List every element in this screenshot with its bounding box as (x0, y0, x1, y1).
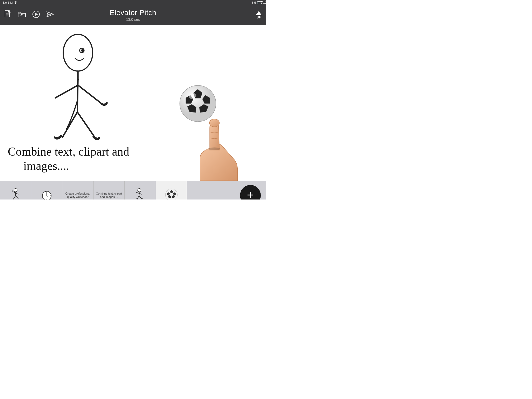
strip-item-text1-label: Create professional quality whiteboar (63, 192, 92, 199)
presentation-title: Elevator Pitch (110, 9, 156, 17)
svg-line-47 (139, 196, 141, 199)
svg-point-25 (209, 147, 220, 150)
add-button-icon: + (247, 189, 254, 200)
canvas-text-line2: images.... (8, 159, 129, 173)
bottom-strip: Create professional quality whiteboar Co… (0, 181, 266, 200)
strip-item-soccer[interactable] (156, 181, 187, 200)
svg-line-49 (141, 198, 142, 199)
svg-point-10 (82, 50, 84, 51)
new-document-icon[interactable] (4, 10, 11, 20)
toolbar-left (4, 10, 54, 20)
svg-line-32 (12, 190, 13, 192)
strip-item-stick1[interactable] (0, 181, 31, 200)
svg-point-24 (209, 119, 220, 127)
svg-line-15 (62, 112, 77, 137)
status-left: No SIM (3, 1, 17, 4)
add-button[interactable]: + (240, 185, 261, 200)
strip-item-stick2[interactable] (125, 181, 156, 200)
top-bar-center: Elevator Pitch 13.0 sec (110, 9, 156, 22)
finger-icon (188, 103, 245, 181)
svg-point-42 (138, 189, 141, 192)
up-triangle-icon (256, 11, 262, 15)
canvas-text-line1: Combine text, clipart and (8, 144, 129, 159)
svg-line-13 (55, 85, 78, 98)
strip-item-text2-label: Combine text, clipart and images.... (95, 192, 123, 199)
svg-line-44 (136, 192, 139, 194)
canvas-area: Combine text, clipart and images.... (0, 25, 266, 181)
open-folder-icon[interactable] (18, 11, 26, 19)
svg-point-8 (63, 34, 92, 71)
strip-items: Create professional quality whiteboar Co… (0, 181, 235, 200)
stick-figure (34, 30, 122, 160)
top-bar: Elevator Pitch 13.0 sec UP (0, 5, 266, 25)
send-icon[interactable] (46, 11, 54, 19)
carrier-label: No SIM (3, 1, 13, 4)
status-bar: No SIM 9:12 pm 8% (0, 0, 266, 5)
canvas-text: Combine text, clipart and images.... (8, 144, 129, 173)
svg-point-26 (14, 189, 17, 192)
svg-line-31 (16, 196, 18, 199)
svg-line-43 (139, 192, 139, 196)
svg-line-14 (78, 85, 103, 105)
svg-line-29 (16, 193, 18, 194)
status-right: 8% (252, 1, 263, 4)
strip-item-text1[interactable]: Create professional quality whiteboar (62, 181, 94, 200)
svg-line-30 (13, 196, 16, 199)
battery-icon (257, 1, 263, 4)
svg-line-46 (137, 196, 139, 199)
wifi-icon (14, 1, 17, 4)
strip-item-text2[interactable]: Combine text, clipart and images.... (94, 181, 125, 200)
svg-marker-6 (35, 13, 38, 16)
up-label: UP (257, 16, 261, 19)
play-icon[interactable] (32, 10, 40, 20)
toolbar-right: UP (256, 11, 262, 19)
presentation-duration: 13.0 sec (110, 17, 156, 22)
strip-item-clock[interactable] (31, 181, 62, 200)
soccer-strip-icon (165, 188, 178, 200)
svg-line-12 (77, 79, 78, 112)
up-button[interactable]: UP (256, 11, 262, 19)
svg-line-48 (136, 199, 137, 199)
battery-percent: 8% (252, 1, 256, 4)
svg-line-16 (77, 112, 95, 137)
